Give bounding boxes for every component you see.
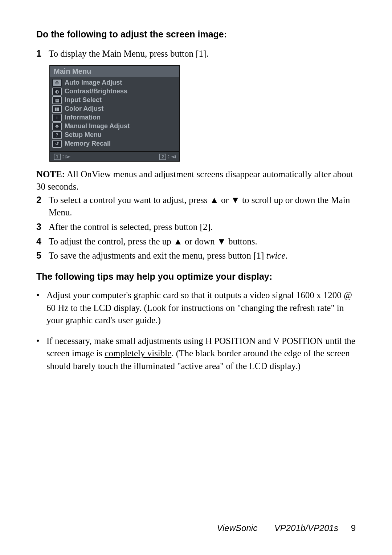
footer-brand: ViewSonic [217,523,258,533]
arrow-right-icon: : ▻ [62,153,70,159]
menu-item-color-adjust: ▮▮ Color Adjust [52,105,177,113]
menu-label: Setup Menu [65,131,102,139]
note-paragraph: NOTE: All OnView menus and adjustment sc… [36,168,356,193]
menu-item-input-select: ▤ Input Select [52,96,177,105]
step-text: After the control is selected, press but… [49,221,356,233]
setup-menu-icon: ? [52,131,62,139]
step-text: To save the adjustments and exit the men… [49,250,356,262]
step-number: 3 [36,221,49,233]
step-number: 2 [36,194,49,219]
bullet-icon: • [36,289,46,327]
menu-label: Information [65,114,101,121]
menu-label: Memory Recall [65,140,111,147]
menu-item-memory-recall: ↺ Memory Recall [52,139,177,148]
menu-title: Main Menu [50,66,179,77]
information-icon: i [52,114,62,122]
step5-text-twice: twice [266,251,286,260]
menu-item-contrast-brightness: ◐ Contrast/Brightness [52,87,177,96]
step-3: 3 After the control is selected, press b… [36,221,356,233]
menu-footer-right: 2 : ◅ [159,153,176,160]
step-text: To adjust the control, press the up ▲ or… [49,235,356,248]
step-1: 1 To display the Main Menu, press button… [36,48,356,60]
menu-item-manual-image-adjust: ✥ Manual Image Adjust [52,122,177,131]
tip-2: • If necessary, make small adjustments u… [36,335,356,373]
step-text: To display the Main Menu, press button [… [49,48,356,60]
menu-label: Manual Image Adjust [65,122,130,130]
menu-footer-left: 1 : ▻ [54,153,70,160]
footer-model: VP201b/VP201s [274,523,338,533]
menu-label: Color Adjust [65,105,103,113]
auto-image-adjust-icon: ⊕ [52,79,62,87]
menu-label: Input Select [65,96,102,104]
tip2-b: completely visible [105,348,171,358]
step-4: 4 To adjust the control, press the up ▲ … [36,235,356,248]
menu-label: Auto Image Adjust [65,79,122,86]
note-lead: NOTE: [36,169,65,179]
step-2: 2 To select a control you want to adjust… [36,194,356,219]
step-number: 5 [36,250,49,262]
tip-text: Adjust your computer's graphic card so t… [46,289,356,327]
color-adjust-icon: ▮▮ [52,105,62,113]
bullet-icon: • [36,335,46,373]
tip-1: • Adjust your computer's graphic card so… [36,289,356,327]
step5-text-c: . [285,251,287,260]
key-2-box: 2 [159,154,166,160]
step-5: 5 To save the adjustments and exit the m… [36,250,356,262]
menu-item-information: i Information [52,113,177,122]
main-menu-screenshot: Main Menu ⊕ Auto Image Adjust ◐ Contrast… [49,65,180,162]
menu-item-auto-image-adjust: ⊕ Auto Image Adjust [52,78,177,87]
menu-footer: 1 : ▻ 2 : ◅ [50,151,179,161]
note-text: All OnView menus and adjustment screens … [36,169,353,191]
arrow-left-icon: : ◅ [168,153,176,159]
step-number: 4 [36,235,49,248]
step-text: To select a control you want to adjust, … [49,194,356,219]
page-footer: ViewSonic VP201b/VP201s 9 [217,523,356,533]
contrast-brightness-icon: ◐ [52,88,62,96]
input-select-icon: ▤ [52,96,62,104]
menu-label: Contrast/Brightness [65,88,127,95]
manual-image-adjust-icon: ✥ [52,122,62,130]
key-1-box: 1 [54,154,61,160]
step5-text-a: To save the adjustments and exit the men… [49,251,266,260]
heading-tips: The following tips may help you optimize… [36,271,356,282]
step-number: 1 [36,48,49,60]
heading-adjust-image: Do the following to adjust the screen im… [36,29,356,40]
menu-body: ⊕ Auto Image Adjust ◐ Contrast/Brightnes… [50,77,179,151]
footer-page-number: 9 [351,523,356,533]
menu-item-setup-menu: ? Setup Menu [52,131,177,139]
tip-text: If necessary, make small adjustments usi… [46,335,356,373]
memory-recall-icon: ↺ [52,140,62,148]
